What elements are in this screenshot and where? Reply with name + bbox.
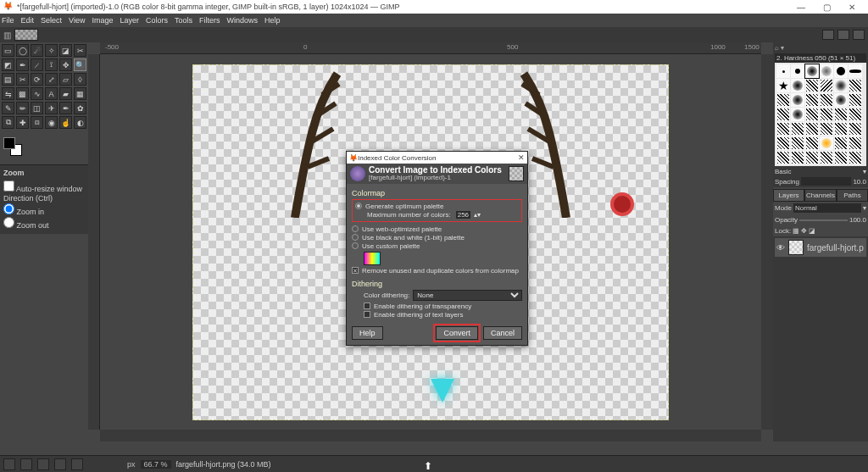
tool-rotate[interactable]: ⟳ (31, 73, 43, 86)
input-max-colors[interactable]: 256 (456, 211, 470, 219)
scrollbar-vertical[interactable] (761, 54, 773, 430)
tool-perspective[interactable]: ◊ (74, 73, 86, 86)
spacing-slider[interactable] (801, 177, 852, 186)
tool-gradient[interactable]: ▦ (74, 87, 86, 100)
tool-measure[interactable]: ⟟ (45, 58, 58, 71)
tool-blur[interactable]: ◉ (45, 116, 58, 129)
sb-zoom[interactable]: 66.7 % (141, 460, 171, 469)
tool-ink[interactable]: ✒ (59, 102, 72, 114)
lock-alpha-icon[interactable]: ◪ (809, 227, 815, 235)
layer-mode-select[interactable]: Normal (793, 203, 861, 213)
tool-paths[interactable]: ✒ (16, 58, 29, 71)
brush-preset[interactable] (805, 108, 819, 121)
layer-row[interactable]: 👁 fargefull-hjort.p (775, 238, 866, 257)
tool-bucket[interactable]: ▰ (59, 87, 72, 100)
opt-auto-resize[interactable]: Auto-resize window (3, 180, 85, 193)
filter-icon[interactable]: ⌕ (775, 44, 779, 52)
menu-view[interactable]: View (69, 16, 85, 25)
tool-crop[interactable]: ✂ (16, 73, 29, 86)
sb-unit[interactable]: px (127, 460, 136, 469)
dithering-select[interactable]: None (413, 290, 522, 301)
window-maximize[interactable]: ▢ (814, 3, 839, 12)
brush-preset[interactable] (834, 151, 848, 164)
menu-windows[interactable]: Windows (226, 16, 258, 25)
tool-mypaint[interactable]: ✿ (74, 102, 86, 114)
menu-filters[interactable]: Filters (199, 16, 220, 25)
brush-preset[interactable] (776, 64, 790, 78)
brush-preset[interactable] (834, 136, 848, 150)
tool-eraser[interactable]: ◫ (31, 102, 43, 114)
brush-preset[interactable] (834, 93, 848, 107)
menu-file[interactable]: File (2, 16, 14, 25)
tool-warp[interactable]: ∿ (31, 87, 43, 100)
brush-preset[interactable] (791, 79, 804, 92)
tab-channels[interactable]: Channels (804, 189, 837, 202)
brush-preset[interactable] (776, 108, 790, 121)
spinner-icon[interactable]: ▴▾ (474, 211, 481, 219)
layer-name-label[interactable]: fargefull-hjort.p (807, 243, 864, 253)
brush-preset[interactable] (791, 151, 804, 164)
lock-position-icon[interactable]: ✥ (801, 227, 807, 235)
sb-btn-3[interactable] (37, 458, 49, 470)
tool-fuzzy-select[interactable]: ✧ (45, 44, 58, 57)
brush-menu-icon[interactable]: ▾ (781, 44, 784, 52)
brush-preset[interactable] (849, 136, 862, 150)
convert-button[interactable]: Convert (436, 326, 478, 340)
tool-scissors[interactable]: ✂ (74, 44, 86, 57)
radio-web-palette[interactable]: Use web-optimized palette (352, 225, 522, 233)
menu-edit[interactable]: Edit (21, 16, 35, 25)
tool-flip[interactable]: ⇋ (2, 87, 14, 100)
brush-preset[interactable] (834, 108, 848, 121)
check-dither-transparency[interactable]: Enable dithering of transparency (364, 303, 522, 310)
brush-preset[interactable] (776, 122, 790, 136)
file-new-icon[interactable]: ▥ (3, 31, 11, 40)
brush-preset[interactable] (849, 122, 862, 136)
brush-preset[interactable] (834, 122, 848, 136)
brush-preset[interactable] (805, 151, 819, 164)
help-button[interactable]: Help (352, 326, 383, 340)
brush-preset[interactable] (776, 93, 790, 107)
tool-move[interactable]: ✥ (59, 58, 72, 71)
dialog-titlebar[interactable]: 🦊 Indexed Color Conversion ✕ (347, 152, 527, 164)
brush-preset[interactable] (791, 108, 804, 121)
tool-free-select[interactable]: ☄ (31, 44, 43, 57)
layer-visibility-icon[interactable]: 👁 (776, 243, 785, 253)
tool-airbrush[interactable]: ✈ (45, 102, 58, 114)
scrollbar-horizontal[interactable] (100, 430, 761, 441)
tool-pencil[interactable]: ✎ (2, 102, 14, 114)
tool-perspective-clone[interactable]: ⧈ (31, 116, 43, 129)
dialog-close-icon[interactable]: ✕ (518, 153, 525, 162)
brush-preset[interactable] (791, 136, 804, 150)
layer-opacity-slider[interactable] (799, 219, 848, 221)
brush-preset[interactable] (805, 136, 819, 150)
brush-preset[interactable] (820, 64, 833, 78)
brush-preset[interactable] (834, 64, 848, 78)
sb-btn-4[interactable] (54, 458, 66, 470)
tool-text[interactable]: A (45, 87, 58, 100)
dock-ctrl-2[interactable] (837, 30, 849, 40)
custom-palette-preview[interactable] (364, 252, 381, 265)
menu-colors[interactable]: Colors (146, 16, 168, 25)
brush-preset[interactable] (849, 108, 862, 121)
spacing-value[interactable]: 10.0 (853, 178, 866, 186)
radio-bw-palette[interactable]: Use black and white (1-bit) palette (352, 234, 522, 242)
sb-btn-2[interactable] (20, 458, 32, 470)
brush-preset[interactable] (834, 79, 848, 92)
brush-preset[interactable] (849, 93, 862, 107)
field-max-colors[interactable]: Maximum number of colors: 256 ▴▾ (367, 211, 519, 219)
tool-rect-select[interactable]: ▭ (2, 44, 14, 57)
brush-preset[interactable] (791, 93, 804, 107)
brush-preset[interactable] (820, 136, 833, 150)
fg-color-swatch[interactable] (3, 137, 15, 149)
menu-layer[interactable]: Layer (120, 16, 139, 25)
brush-preset[interactable] (805, 64, 819, 78)
lock-pixels-icon[interactable]: ▦ (793, 227, 799, 235)
brush-preset[interactable] (820, 93, 833, 107)
tool-paintbrush[interactable]: ✏ (16, 102, 29, 114)
brush-preset[interactable] (849, 151, 862, 164)
ruler-vertical[interactable] (88, 54, 100, 430)
brush-preset-chevron[interactable]: ▾ (863, 168, 866, 175)
tool-smudge[interactable]: ☝ (59, 116, 72, 129)
tool-by-color[interactable]: ◪ (59, 44, 72, 57)
menu-select[interactable]: Select (41, 16, 62, 25)
